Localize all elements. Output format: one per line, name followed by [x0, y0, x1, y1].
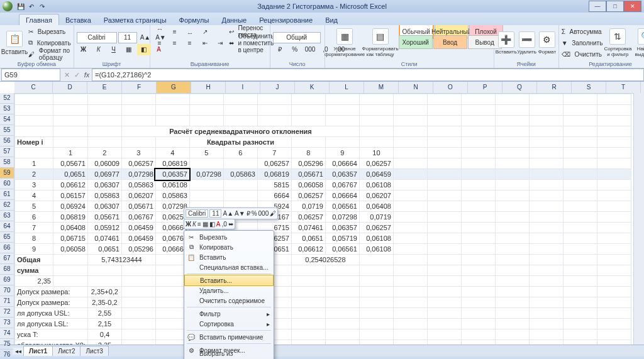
cell[interactable]	[189, 105, 223, 116]
cell[interactable]	[529, 126, 563, 137]
cell[interactable]	[563, 191, 597, 201]
ctx-insert[interactable]: Вставить...	[184, 275, 274, 286]
cell[interactable]	[359, 319, 393, 329]
cell[interactable]: Допуск размера:	[15, 297, 88, 308]
tab-data[interactable]: Данные	[215, 14, 253, 25]
row-header[interactable]: 57	[0, 146, 14, 157]
row-header[interactable]: 52	[0, 93, 14, 104]
col-header[interactable]: G	[157, 82, 191, 93]
autosum-button[interactable]: Σ Автосумма	[562, 26, 603, 36]
row-header[interactable]: 53	[0, 104, 14, 114]
row-header[interactable]: 70	[0, 285, 14, 296]
cell[interactable]	[427, 137, 461, 148]
cell[interactable]	[427, 319, 461, 329]
cell[interactable]: 0,05671	[87, 212, 121, 223]
col-header[interactable]: N	[399, 82, 433, 93]
cell[interactable]	[461, 223, 495, 233]
cell[interactable]	[121, 265, 155, 276]
cell[interactable]: 0,05296	[291, 158, 325, 169]
cell[interactable]	[393, 158, 427, 169]
underline-button[interactable]: Ч	[107, 44, 121, 55]
sheet-tab-3[interactable]: Лист3	[80, 346, 108, 356]
cell[interactable]	[223, 158, 257, 169]
cell[interactable]	[359, 126, 393, 137]
cell[interactable]	[529, 255, 563, 265]
cell[interactable]	[461, 308, 495, 319]
cell[interactable]	[291, 265, 325, 276]
cell[interactable]	[495, 340, 529, 345]
cell[interactable]	[597, 137, 631, 148]
cell[interactable]: 0,0651	[53, 169, 88, 180]
cell[interactable]	[495, 180, 529, 191]
cell[interactable]	[529, 233, 563, 244]
cell[interactable]	[53, 276, 88, 287]
cell[interactable]: 0,06108	[359, 233, 393, 244]
ctx-dropdown[interactable]: Выбрать из раскрывающегося списка...	[184, 355, 274, 359]
mini-border-icon[interactable]: ▦	[203, 221, 208, 228]
cell[interactable]: 0,0719	[291, 201, 325, 212]
ctx-filter[interactable]: Фильтр▸	[184, 309, 274, 319]
cell[interactable]	[461, 201, 495, 212]
cell[interactable]: 2,35+0,2	[87, 287, 121, 297]
cell[interactable]	[291, 276, 325, 287]
cell[interactable]: 5	[15, 201, 53, 212]
row-header[interactable]: 66	[0, 243, 14, 253]
cell[interactable]	[529, 105, 563, 116]
cell[interactable]	[393, 276, 427, 287]
cell[interactable]: 0,06459	[121, 233, 155, 244]
cell[interactable]	[529, 265, 563, 276]
row-header[interactable]: 62	[0, 200, 14, 211]
cell[interactable]	[597, 340, 631, 345]
ctx-clear[interactable]: Очистить содержимое	[184, 295, 274, 306]
cell[interactable]	[325, 319, 359, 329]
tab-formulas[interactable]: Формулы	[173, 14, 216, 25]
row-header[interactable]: 73	[0, 318, 14, 328]
cell[interactable]: 3	[15, 180, 53, 191]
cell[interactable]: 5815	[257, 180, 291, 191]
cell[interactable]: 0,06257	[257, 158, 291, 169]
col-header[interactable]: Q	[502, 82, 537, 93]
cell[interactable]	[495, 148, 529, 158]
redo-icon[interactable]: ↷	[38, 2, 47, 11]
clear-button[interactable]: ⌫ Очистить	[562, 49, 603, 59]
cell[interactable]	[563, 201, 597, 212]
cell[interactable]	[495, 329, 529, 340]
cell[interactable]: 0,06257	[121, 158, 155, 169]
cell[interactable]: 0,06819	[155, 158, 189, 169]
cell[interactable]	[291, 94, 325, 105]
cell[interactable]	[393, 255, 427, 265]
cell[interactable]	[461, 137, 495, 148]
cell[interactable]	[291, 297, 325, 308]
undo-icon[interactable]: ↶	[27, 2, 36, 11]
cell[interactable]	[529, 297, 563, 308]
cell[interactable]: 0,4	[87, 329, 121, 340]
cell[interactable]	[461, 116, 495, 126]
cell[interactable]	[427, 212, 461, 223]
cell[interactable]	[87, 137, 121, 148]
cell[interactable]	[495, 105, 529, 116]
cell[interactable]: 0,05671	[121, 201, 155, 212]
cell[interactable]	[563, 233, 597, 244]
cell[interactable]: 0,06612	[291, 244, 325, 255]
cell[interactable]	[427, 276, 461, 287]
cell[interactable]	[87, 265, 121, 276]
cell[interactable]	[461, 265, 495, 276]
cell[interactable]	[495, 169, 529, 180]
cell[interactable]	[495, 244, 529, 255]
cell[interactable]	[121, 329, 155, 340]
cell[interactable]	[563, 340, 597, 345]
border-button[interactable]: ▦	[122, 44, 136, 55]
cell[interactable]: Допуск размера:	[15, 287, 88, 297]
cell[interactable]: области качества X0:	[15, 340, 88, 345]
col-header[interactable]: D	[53, 82, 87, 93]
cell[interactable]	[15, 94, 53, 105]
cell[interactable]: 0,06715	[53, 233, 88, 244]
cell[interactable]	[427, 308, 461, 319]
cell[interactable]	[597, 265, 631, 276]
cell[interactable]	[563, 287, 597, 297]
cell[interactable]	[189, 191, 223, 201]
cell[interactable]: 1	[15, 158, 53, 169]
cell[interactable]	[325, 308, 359, 319]
cell[interactable]	[53, 255, 88, 265]
cell[interactable]: 0,07461	[291, 223, 325, 233]
